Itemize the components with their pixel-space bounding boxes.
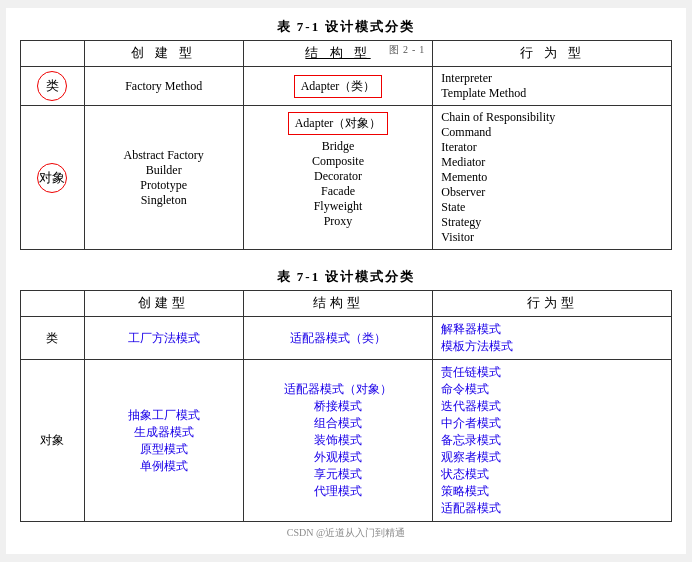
table-row: 类 Factory Method Adapter（类） Interpreter … [21, 67, 672, 106]
proxy-text: Proxy [250, 214, 427, 229]
b-interpreter-text: 解释器模式 [441, 321, 665, 338]
b-builder-text: 生成器模式 [91, 424, 237, 441]
abstract-factory-text: Abstract Factory [91, 148, 237, 163]
behavioral-objects-cell: Chain of Responsibility Command Iterator… [433, 106, 672, 250]
page-container: 表 7-1 设计模式分类 创 建 型 结 构 型 图2-1 行 为 型 [6, 8, 686, 554]
b-col-header-structural: 结构型 [243, 291, 433, 317]
table-row: 类 工厂方法模式 适配器模式（类） 解释器模式 模板方法模式 [21, 317, 672, 360]
composite-text: Composite [250, 154, 427, 169]
b-object-label: 对象 [21, 360, 85, 522]
builder-text: Builder [91, 163, 237, 178]
class-circle: 类 [37, 71, 67, 101]
col-header-creational: 创 建 型 [84, 41, 243, 67]
col-header-behavioral: 行 为 型 [433, 41, 672, 67]
watermark: CSDN @近道从入门到精通 [20, 526, 672, 540]
top-table: 创 建 型 结 构 型 图2-1 行 为 型 类 Factory Method … [20, 40, 672, 250]
bottom-table-title: 表 7-1 设计模式分类 [20, 268, 672, 286]
b-composite-text: 组合模式 [250, 415, 427, 432]
gap [20, 250, 672, 268]
structural-header-text: 结 构 型 [305, 46, 370, 60]
creational-objects-cell: Abstract Factory Builder Prototype Singl… [84, 106, 243, 250]
behavioral-top-cell: Interpreter Template Method [433, 67, 672, 106]
b-strategy-text: 策略模式 [441, 483, 665, 500]
adapter-obj-box: Adapter（对象） [288, 112, 389, 135]
observer-text: Observer [441, 185, 665, 200]
decorator-text: Decorator [250, 169, 427, 184]
b-col-header-empty [21, 291, 85, 317]
b-visitor-text: 适配器模式 [441, 500, 665, 517]
mediator-text: Mediator [441, 155, 665, 170]
b-abstract-factory-text: 抽象工厂模式 [91, 407, 237, 424]
b-structural-objects-cell: 适配器模式（对象） 桥接模式 组合模式 装饰模式 外观模式 享元模式 代理模式 [243, 360, 433, 522]
structural-objects-cell: Adapter（对象） Bridge Composite Decorator F… [243, 106, 433, 250]
visitor-text: Visitor [441, 230, 665, 245]
b-command-text: 命令模式 [441, 381, 665, 398]
singleton-text: Singleton [91, 193, 237, 208]
adapter-class-box: Adapter（类） [294, 75, 383, 98]
table-row: 对象 抽象工厂模式 生成器模式 原型模式 单例模式 适配器模式（对象） 桥接模式… [21, 360, 672, 522]
b-factory-cell: 工厂方法模式 [84, 317, 243, 360]
b-proxy-text: 代理模式 [250, 483, 427, 500]
b-behavioral-objects-cell: 责任链模式 命令模式 迭代器模式 中介者模式 备忘录模式 观察者模式 状态模式 … [433, 360, 672, 522]
b-iterator-text: 迭代器模式 [441, 398, 665, 415]
template-method-text: Template Method [441, 86, 665, 101]
b-bridge-text: 桥接模式 [250, 398, 427, 415]
b-col-header-behavioral: 行为型 [433, 291, 672, 317]
iterator-text: Iterator [441, 140, 665, 155]
b-template-method-text: 模板方法模式 [441, 338, 665, 355]
b-col-header-creational: 创建型 [84, 291, 243, 317]
strategy-text: Strategy [441, 215, 665, 230]
b-adapter-obj-text: 适配器模式（对象） [250, 381, 427, 398]
top-table-title: 表 7-1 设计模式分类 [20, 18, 672, 36]
class-label-cell: 类 [21, 67, 85, 106]
b-facade-text: 外观模式 [250, 449, 427, 466]
b-class-label: 类 [21, 317, 85, 360]
interpreter-text: Interpreter [441, 71, 665, 86]
b-adapter-class-cell: 适配器模式（类） [243, 317, 433, 360]
top-table-header-row: 创 建 型 结 构 型 图2-1 行 为 型 [21, 41, 672, 67]
b-singleton-text: 单例模式 [91, 458, 237, 475]
b-flyweight-text: 享元模式 [250, 466, 427, 483]
b-memento-text: 备忘录模式 [441, 432, 665, 449]
col-header-empty [21, 41, 85, 67]
state-text: State [441, 200, 665, 215]
object-circle: 对象 [37, 163, 67, 193]
flyweight-text: Flyweight [250, 199, 427, 214]
b-observer-text: 观察者模式 [441, 449, 665, 466]
col-header-structural: 结 构 型 图2-1 [243, 41, 433, 67]
b-prototype-text: 原型模式 [91, 441, 237, 458]
facade-text: Facade [250, 184, 427, 199]
bottom-table-header-row: 创建型 结构型 行为型 [21, 291, 672, 317]
b-behavioral-class-cell: 解释器模式 模板方法模式 [433, 317, 672, 360]
b-decorator-text: 装饰模式 [250, 432, 427, 449]
factory-method-cell: Factory Method [84, 67, 243, 106]
table-row: 对象 Abstract Factory Builder Prototype Si… [21, 106, 672, 250]
b-state-text: 状态模式 [441, 466, 665, 483]
bridge-text: Bridge [250, 139, 427, 154]
memento-text: Memento [441, 170, 665, 185]
prototype-text: Prototype [91, 178, 237, 193]
adapter-class-cell: Adapter（类） [243, 67, 433, 106]
b-creational-objects-cell: 抽象工厂模式 生成器模式 原型模式 单例模式 [84, 360, 243, 522]
b-mediator-text: 中介者模式 [441, 415, 665, 432]
b-chain-text: 责任链模式 [441, 364, 665, 381]
bottom-table: 创建型 结构型 行为型 类 工厂方法模式 适配器模式（类） 解释器模式 模板方法… [20, 290, 672, 522]
chain-text: Chain of Responsibility [441, 110, 665, 125]
fig-note: 图2-1 [389, 43, 428, 57]
object-label-cell: 对象 [21, 106, 85, 250]
command-text: Command [441, 125, 665, 140]
